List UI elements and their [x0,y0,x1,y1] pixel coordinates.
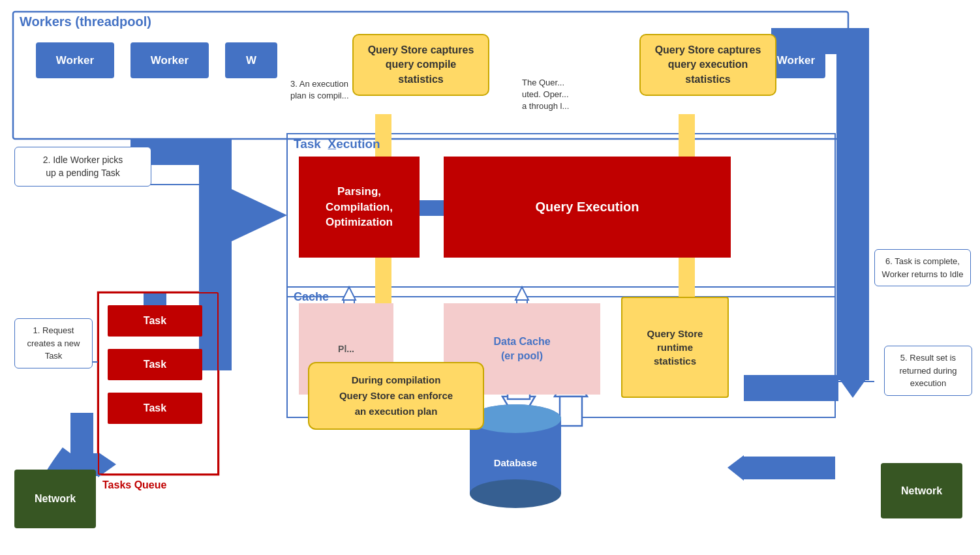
svg-marker-17 [515,287,528,300]
qs-exec-box: Query Store captures query execution sta… [639,34,776,96]
worker-1[interactable]: Worker [36,42,114,78]
svg-rect-12 [420,200,444,216]
tasks-queue-label: Tasks Queue [102,479,166,491]
qs-runtime-block: Query Store runtime statistics [621,297,729,398]
svg-marker-5 [232,189,287,241]
network-right: Network [881,463,962,518]
svg-rect-8 [836,28,869,380]
task-item-3: Task [108,393,202,424]
the-quer-note: The Quer... uted. Oper... a through l... [522,77,569,113]
step5-box: 5. Result set is returned during executi… [884,346,972,396]
diagram: Workers (threadpool) Worker Worker W Wor… [0,0,980,555]
svg-rect-28 [744,457,835,479]
cache-label: Cache [294,290,329,304]
svg-rect-6 [199,139,232,191]
svg-rect-27 [70,413,93,453]
qs-compile-box: Query Store captures query compile stati… [352,34,489,96]
svg-marker-9 [836,375,869,398]
svg-rect-11 [744,375,838,401]
parsing-block: Parsing, Compilation, Optimization [299,157,420,258]
task-item-1: Task [108,305,202,337]
step2-box: 2. Idle Worker picks up a pending Task [14,147,151,187]
during-compilation-box: During compilation Query Store can enfor… [308,362,484,430]
svg-point-39 [470,479,561,508]
step1-box: 1. Request creates a new Task [14,318,93,368]
network-left: Network [14,470,96,528]
svg-text:Database: Database [494,457,538,468]
workers-title: Workers (threadpool) [20,14,151,29]
worker-2[interactable]: Worker [130,42,209,78]
step6-box: 6. Task is complete, Worker returns to I… [874,249,971,286]
svg-marker-14 [343,287,356,300]
worker-3[interactable]: W [225,42,277,78]
compilation-note: 3. An execution plan is compil... [290,78,349,102]
query-execution-block: Query Execution [444,157,731,258]
task-execution-label: Task Xecution [294,137,380,151]
svg-rect-23 [560,397,582,426]
task-item-2: Task [108,349,202,380]
svg-marker-29 [727,455,744,481]
